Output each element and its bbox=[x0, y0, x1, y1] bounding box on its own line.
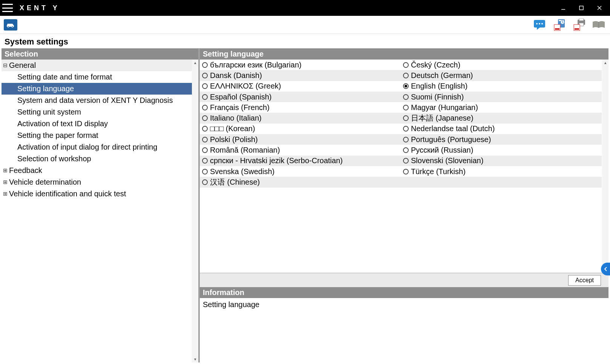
selection-panel: Selection ▴ ▾ ⊟GeneralSetting date and t… bbox=[2, 49, 200, 362]
maximize-button[interactable] bbox=[576, 3, 587, 13]
main-split: Selection ▴ ▾ ⊟GeneralSetting date and t… bbox=[2, 48, 608, 362]
radio-icon[interactable] bbox=[403, 147, 409, 153]
tree-subitem[interactable]: Selection of workshop bbox=[2, 153, 198, 165]
language-label: Nederlandse taal (Dutch) bbox=[411, 124, 495, 133]
expand-icon[interactable]: ⊞ bbox=[3, 189, 8, 199]
tree-item-label: Activation of input dialog for direct pr… bbox=[17, 142, 157, 152]
expand-icon[interactable]: ⊞ bbox=[3, 165, 8, 176]
page-title: System settings bbox=[0, 34, 610, 48]
radio-icon[interactable] bbox=[202, 105, 208, 110]
tree-item-label: General bbox=[9, 60, 36, 70]
radio-icon[interactable] bbox=[202, 115, 208, 121]
language-option[interactable]: български език (Bulgarian) bbox=[200, 60, 401, 70]
language-option[interactable]: Français (French) bbox=[200, 102, 401, 113]
language-option[interactable]: Nederlandse taal (Dutch) bbox=[401, 124, 602, 134]
language-label: ΕΛΛΗΝΙΚΟΣ (Greek) bbox=[210, 82, 281, 90]
language-option[interactable]: 汉语 (Chinese) bbox=[200, 177, 401, 187]
radio-icon[interactable] bbox=[202, 137, 208, 142]
book-icon[interactable] bbox=[591, 18, 606, 32]
language-option[interactable]: Magyar (Hungarian) bbox=[401, 102, 602, 113]
collapse-icon[interactable]: ⊟ bbox=[3, 60, 8, 70]
pdf-print-icon[interactable] bbox=[572, 18, 587, 32]
pdf-history-icon[interactable] bbox=[552, 18, 567, 32]
language-option[interactable]: Español (Spanish) bbox=[200, 92, 401, 102]
radio-icon[interactable] bbox=[202, 147, 208, 153]
language-grid: български език (Bulgarian)Český (Czech)D… bbox=[200, 60, 608, 273]
language-option[interactable]: Română (Romanian) bbox=[200, 145, 401, 155]
radio-icon[interactable] bbox=[202, 62, 208, 68]
svg-rect-14 bbox=[555, 28, 559, 30]
language-option[interactable]: Svenska (Swedish) bbox=[200, 166, 401, 177]
tree-subitem[interactable]: Activation of input dialog for direct pr… bbox=[2, 141, 198, 153]
radio-icon[interactable] bbox=[403, 126, 409, 132]
close-button[interactable] bbox=[594, 3, 605, 13]
tree-subitem[interactable]: Setting language bbox=[2, 83, 198, 95]
toolbar bbox=[0, 16, 610, 34]
language-option[interactable]: 日本語 (Japanese) bbox=[401, 113, 602, 123]
tree-subitem[interactable]: Setting date and time format bbox=[2, 71, 198, 83]
language-scrollbar[interactable]: ▴ ▾ bbox=[602, 60, 608, 273]
radio-icon[interactable] bbox=[403, 137, 409, 142]
tree-item[interactable]: ⊞Vehicle determination bbox=[2, 176, 198, 188]
radio-icon[interactable] bbox=[202, 73, 208, 78]
language-option[interactable]: Polski (Polish) bbox=[200, 134, 401, 145]
information-panel: Information Setting language bbox=[200, 287, 608, 362]
radio-icon[interactable] bbox=[202, 169, 208, 174]
tree-item[interactable]: ⊞Feedback bbox=[2, 165, 198, 176]
radio-icon[interactable] bbox=[403, 94, 409, 100]
language-option[interactable]: Türkçe (Turkish) bbox=[401, 166, 602, 177]
language-option[interactable]: Dansk (Danish) bbox=[200, 70, 401, 81]
scroll-down-icon[interactable]: ▾ bbox=[192, 356, 198, 362]
svg-point-4 bbox=[8, 26, 9, 28]
tree-subitem[interactable]: Setting unit system bbox=[2, 106, 198, 118]
language-option[interactable]: српски - Hrvatski jezik (Serbo-Croatian) bbox=[200, 156, 401, 166]
language-option[interactable]: Slovenski (Slovenian) bbox=[401, 156, 602, 166]
radio-icon[interactable] bbox=[202, 94, 208, 100]
language-option[interactable]: English (English) bbox=[401, 81, 602, 92]
accept-button[interactable]: Accept bbox=[568, 275, 601, 286]
tree-item[interactable]: ⊞Vehicle identification and quick test bbox=[2, 188, 198, 200]
radio-icon[interactable] bbox=[403, 62, 409, 68]
tree-subitem[interactable]: Activation of text ID display bbox=[2, 118, 198, 130]
minimize-button[interactable] bbox=[558, 3, 569, 13]
tree-subitem[interactable]: System and data version of XENT Y Diagno… bbox=[2, 95, 198, 106]
scroll-up-icon[interactable]: ▴ bbox=[602, 60, 608, 66]
radio-icon[interactable] bbox=[202, 126, 208, 132]
language-option[interactable]: □□□ (Korean) bbox=[200, 124, 401, 134]
radio-icon[interactable] bbox=[403, 169, 409, 174]
titlebar: XENT Y bbox=[0, 0, 610, 16]
information-text: Setting language bbox=[200, 298, 608, 362]
chat-icon[interactable] bbox=[532, 18, 547, 32]
language-option[interactable]: Русский (Russian) bbox=[401, 145, 602, 155]
radio-icon[interactable] bbox=[202, 83, 208, 89]
radio-icon[interactable] bbox=[202, 179, 208, 185]
scroll-up-icon[interactable]: ▴ bbox=[192, 60, 198, 66]
language-option[interactable]: ΕΛΛΗΝΙΚΟΣ (Greek) bbox=[200, 81, 401, 92]
radio-icon[interactable] bbox=[403, 158, 409, 164]
tree-item[interactable]: ⊟General bbox=[2, 60, 198, 71]
language-option[interactable]: Italiano (Italian) bbox=[200, 113, 401, 123]
language-label: Suomi (Finnish) bbox=[411, 93, 464, 101]
expand-icon[interactable]: ⊞ bbox=[3, 177, 8, 187]
tree-item-label: Activation of text ID display bbox=[17, 119, 108, 129]
radio-icon[interactable] bbox=[403, 105, 409, 110]
language-option[interactable]: Suomi (Finnish) bbox=[401, 92, 602, 102]
tree-item-label: Selection of workshop bbox=[17, 154, 91, 164]
language-label: □□□ (Korean) bbox=[210, 124, 255, 133]
language-label: Română (Romanian) bbox=[210, 146, 280, 154]
radio-icon[interactable] bbox=[202, 158, 208, 164]
vehicle-icon[interactable] bbox=[4, 19, 17, 31]
language-option[interactable]: Deutsch (German) bbox=[401, 70, 602, 81]
tree-subitem[interactable]: Setting the paper format bbox=[2, 130, 198, 141]
language-option[interactable]: Português (Portuguese) bbox=[401, 134, 602, 145]
radio-icon[interactable] bbox=[403, 115, 409, 121]
language-label: Svenska (Swedish) bbox=[210, 167, 274, 176]
hamburger-menu-icon[interactable] bbox=[2, 4, 13, 12]
language-option[interactable]: Český (Czech) bbox=[401, 60, 602, 70]
radio-icon[interactable] bbox=[403, 83, 409, 89]
tree-item-label: Setting unit system bbox=[17, 107, 81, 117]
radio-icon[interactable] bbox=[403, 73, 409, 78]
detail-panel: Setting language български език (Bulgari… bbox=[200, 49, 608, 362]
language-label: Türkçe (Turkish) bbox=[411, 167, 466, 176]
tree-scrollbar[interactable]: ▴ ▾ bbox=[192, 60, 198, 362]
